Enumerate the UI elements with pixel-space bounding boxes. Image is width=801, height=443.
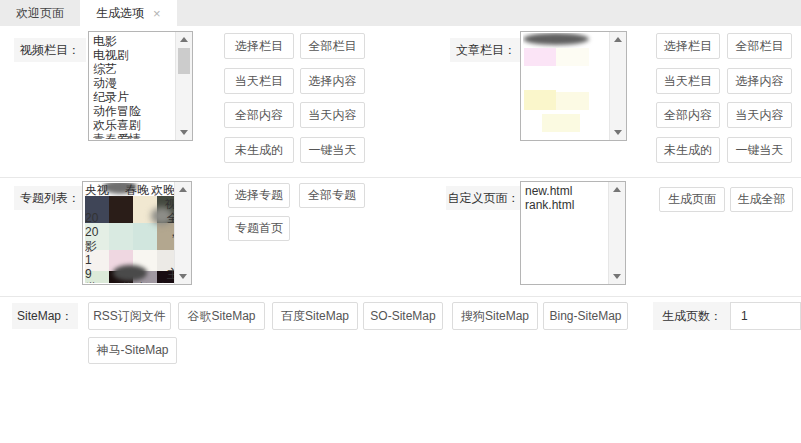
article-category-listbox[interactable] xyxy=(520,31,627,141)
censored-content: 央视春晚欢晚视20全20，影19主世界园艺动漫会 xyxy=(85,183,174,283)
list-item[interactable]: 电视剧 xyxy=(93,48,175,62)
video-ungenerated-button[interactable]: 未生成的 xyxy=(224,137,294,163)
select-topic-button[interactable]: 选择专题 xyxy=(228,183,290,208)
list-item[interactable]: 青春爱情 xyxy=(93,132,175,139)
shenma-sitemap-button[interactable]: 神马-SiteMap xyxy=(88,337,177,364)
topic-listbox[interactable]: 央视春晚欢晚视20全20，影19主世界园艺动漫会 xyxy=(82,181,192,285)
video-category-label: 视频栏目： xyxy=(14,38,86,62)
baidu-sitemap-button[interactable]: 百度SiteMap xyxy=(272,302,358,330)
pages-count-label: 生成页数： xyxy=(653,302,731,330)
custom-pages-list: new.html rank.html xyxy=(525,184,608,283)
video-select-content-button[interactable]: 选择内容 xyxy=(300,68,365,94)
video-today-columns-button[interactable]: 当天栏目 xyxy=(224,68,294,94)
list-item[interactable]: 纪录片 xyxy=(93,90,175,104)
video-all-content-button[interactable]: 全部内容 xyxy=(224,102,294,128)
tab-generate-options-label: 生成选项 xyxy=(96,5,144,22)
generate-page-button[interactable]: 生成页面 xyxy=(659,187,725,212)
article-all-content-button[interactable]: 全部内容 xyxy=(656,102,720,128)
tab-generate-options[interactable]: 生成选项 × xyxy=(80,0,177,26)
all-topics-button[interactable]: 全部专题 xyxy=(299,183,365,208)
custom-pages-listbox[interactable]: new.html rank.html xyxy=(520,181,626,285)
scroll-down-icon[interactable] xyxy=(614,130,622,135)
custom-pages-label: 自定义页面： xyxy=(446,186,521,210)
topic-home-button[interactable]: 专题首页 xyxy=(228,216,290,241)
scroll-up-icon[interactable] xyxy=(613,187,621,192)
generate-all-button[interactable]: 生成全部 xyxy=(730,187,793,212)
video-select-columns-button[interactable]: 选择栏目 xyxy=(224,33,294,59)
list-item[interactable]: new.html xyxy=(525,184,608,198)
scrollbar[interactable] xyxy=(174,182,191,284)
topic-list-label: 专题列表： xyxy=(14,186,86,210)
scrollbar[interactable] xyxy=(175,32,192,140)
tab-welcome-label: 欢迎页面 xyxy=(16,5,64,22)
bing-sitemap-button[interactable]: Bing-SiteMap xyxy=(543,302,628,330)
video-onekey-today-button[interactable]: 一键当天 xyxy=(300,137,365,163)
video-today-content-button[interactable]: 当天内容 xyxy=(300,102,365,128)
section-divider xyxy=(0,177,801,178)
scroll-up-icon[interactable] xyxy=(180,37,188,42)
article-category-label: 文章栏目： xyxy=(450,38,522,62)
article-ungenerated-button[interactable]: 未生成的 xyxy=(656,137,720,163)
tab-welcome[interactable]: 欢迎页面 xyxy=(0,0,80,26)
scroll-down-icon[interactable] xyxy=(180,130,188,135)
list-item[interactable]: 动漫 xyxy=(93,76,175,90)
pages-count-input[interactable] xyxy=(730,302,801,330)
list-item[interactable]: rank.html xyxy=(525,198,608,212)
scroll-down-icon[interactable] xyxy=(179,274,187,279)
list-item[interactable]: 综艺 xyxy=(93,62,175,76)
video-category-listbox[interactable]: 电影 电视剧 综艺 动漫 纪录片 动作冒险 欢乐喜剧 青春爱情 xyxy=(88,31,193,141)
article-onekey-today-button[interactable]: 一键当天 xyxy=(727,137,792,163)
scroll-up-icon[interactable] xyxy=(179,187,187,192)
scroll-up-icon[interactable] xyxy=(614,37,622,42)
scrollbar[interactable] xyxy=(609,32,626,140)
list-item[interactable]: 电影 xyxy=(93,34,175,48)
tab-bar: 欢迎页面 生成选项 × xyxy=(0,0,801,26)
google-sitemap-button[interactable]: 谷歌SiteMap xyxy=(178,302,265,330)
close-icon[interactable]: × xyxy=(153,7,161,20)
sogou-sitemap-button[interactable]: 搜狗SiteMap xyxy=(452,302,538,330)
rss-feed-button[interactable]: RSS订阅文件 xyxy=(88,302,171,330)
article-all-columns-button[interactable]: 全部栏目 xyxy=(727,33,792,59)
article-today-columns-button[interactable]: 当天栏目 xyxy=(656,68,720,94)
section-divider xyxy=(0,296,801,297)
censored-content xyxy=(523,33,609,139)
article-today-content-button[interactable]: 当天内容 xyxy=(727,102,792,128)
sitemap-label: SiteMap： xyxy=(12,303,78,329)
video-category-list: 电影 电视剧 综艺 动漫 纪录片 动作冒险 欢乐喜剧 青春爱情 xyxy=(93,34,175,139)
video-all-columns-button[interactable]: 全部栏目 xyxy=(300,33,365,59)
scrollbar[interactable] xyxy=(608,182,625,284)
so-sitemap-button[interactable]: SO-SiteMap xyxy=(363,302,443,330)
list-item[interactable]: 欢乐喜剧 xyxy=(93,118,175,132)
article-select-content-button[interactable]: 选择内容 xyxy=(727,68,792,94)
list-item[interactable]: 动作冒险 xyxy=(93,104,175,118)
scroll-down-icon[interactable] xyxy=(613,274,621,279)
article-select-columns-button[interactable]: 选择栏目 xyxy=(656,33,720,59)
scrollbar-thumb[interactable] xyxy=(178,48,190,74)
